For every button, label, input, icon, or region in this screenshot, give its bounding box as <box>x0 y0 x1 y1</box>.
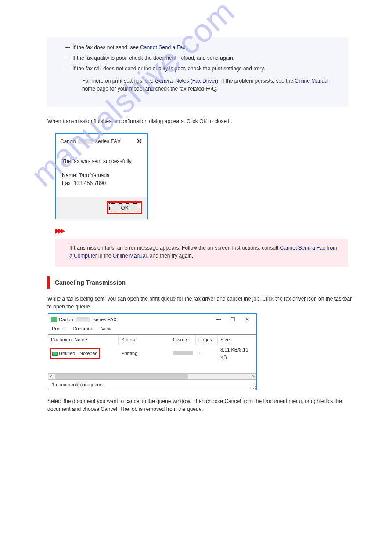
col-owner[interactable]: Owner <box>170 335 196 345</box>
dash-icon: — <box>65 44 72 51</box>
heading-redbar-icon <box>47 276 50 289</box>
important-note: If transmission fails, an error message … <box>55 239 348 267</box>
print-queue-window: Canon series FAX — ☐ ✕ Printer Document … <box>48 313 257 390</box>
dialog-title-suffix: series FAX <box>95 138 121 145</box>
minimize-icon[interactable]: — <box>216 316 221 323</box>
bullet-prefix: If the fax does not send, see <box>72 44 140 51</box>
ok-button[interactable]: OK <box>109 203 140 212</box>
section-heading: Canceling Transmission <box>55 276 126 287</box>
col-status[interactable]: Status <box>119 335 170 345</box>
close-icon[interactable]: ✕ <box>135 136 144 147</box>
queue-column-header: Document Name Status Owner Pages Size <box>48 334 256 345</box>
redacted-owner <box>173 351 193 355</box>
close-icon[interactable]: ✕ <box>245 316 249 323</box>
dialog-footer: OK <box>56 197 147 219</box>
col-size[interactable]: Size <box>218 335 256 345</box>
fax-success-dialog: Canon series FAX ✕ The fax was sent succ… <box>55 133 148 219</box>
confirmation-paragraph: When transmission finishes, a confirmati… <box>47 117 354 125</box>
menu-printer[interactable]: Printer <box>52 326 66 331</box>
bullet-text: If the fax still does not send or the qu… <box>72 65 265 73</box>
important-chevron-icon <box>55 228 392 236</box>
scroll-left-icon[interactable]: < <box>48 374 54 380</box>
bullet-link[interactable]: Cannot Send a Fax <box>140 44 185 51</box>
dialog-fax-line: Fax: 123 456 7890 <box>62 179 141 187</box>
maximize-icon[interactable]: ☐ <box>230 316 235 323</box>
resize-grip-icon[interactable] <box>252 385 256 389</box>
section-heading-row: Canceling Transmission <box>47 276 392 289</box>
row-doc-name: Untitled - Notepad <box>59 350 98 357</box>
queue-titlebar: Canon series FAX — ☐ ✕ <box>48 314 256 324</box>
dialog-titlebar: Canon series FAX ✕ <box>56 134 147 149</box>
scroll-right-icon[interactable]: > <box>250 374 256 380</box>
para-after2: home page for your model and check the f… <box>82 86 218 92</box>
menu-view[interactable]: View <box>101 326 112 331</box>
note-mid: in the <box>97 253 113 259</box>
dialog-name-line: Name: Taro Yamada <box>62 171 141 179</box>
note-after: , and then try again. <box>147 253 193 259</box>
col-pages[interactable]: Pages <box>196 335 218 345</box>
printer-icon <box>51 317 57 322</box>
bullet-item: — If the fax quality is poor, check the … <box>65 54 331 62</box>
horizontal-scrollbar[interactable]: < > <box>48 373 256 379</box>
dialog-message: The fax was sent successfully. <box>62 157 141 165</box>
bullet-suffix: . <box>186 44 187 51</box>
row-size: 8.11 KB/8.11 KB <box>218 345 256 362</box>
menu-document[interactable]: Document <box>72 326 94 331</box>
dash-icon: — <box>65 65 72 73</box>
queue-title-prefix: Canon <box>59 316 73 323</box>
document-icon <box>52 352 58 356</box>
bullet-item: — If the fax still does not send or the … <box>65 65 331 73</box>
redacted-model <box>76 317 90 322</box>
bullet-text: If the fax quality is poor, check the do… <box>72 54 234 62</box>
dialog-title-prefix: Canon <box>60 138 76 145</box>
dash-icon: — <box>65 54 72 62</box>
col-document-name[interactable]: Document Name <box>48 335 119 345</box>
queue-menubar: Printer Document View <box>48 324 256 334</box>
scroll-track[interactable] <box>55 374 188 379</box>
ok-highlight: OK <box>107 201 142 214</box>
cancel-paragraph: While a fax is being sent, you can open … <box>47 295 354 311</box>
online-manual-link[interactable]: Online Manual <box>295 78 328 84</box>
redacted-model <box>78 139 93 144</box>
info-box: — If the fax does not send, see Cannot S… <box>47 37 348 107</box>
queue-row[interactable]: Untitled - Notepad Printing 1 8.11 KB/8.… <box>48 345 256 362</box>
general-notes-link[interactable]: General Notes (Fax Driver) <box>155 78 218 84</box>
para-before: For more on print settings, see <box>82 78 155 84</box>
row-pages: 1 <box>196 348 218 359</box>
para-after1: . If the problem persists, see the <box>218 78 295 84</box>
dialog-body: The fax was sent successfully. Name: Tar… <box>56 149 147 197</box>
queue-statusbar: 1 document(s) in queue <box>48 379 256 390</box>
queue-body: Untitled - Notepad Printing 1 8.11 KB/8.… <box>48 345 256 373</box>
row-status: Printing <box>119 348 170 359</box>
bullet-item: — If the fax does not send, see Cannot S… <box>65 44 331 51</box>
after-queue-paragraph: Select the document you want to cancel i… <box>47 397 354 413</box>
note-before: If transmission fails, an error message … <box>69 245 280 251</box>
online-manual-link-2[interactable]: Online Manual <box>113 253 147 259</box>
queue-title-suffix: series FAX <box>93 316 116 323</box>
document-highlight: Untitled - Notepad <box>50 348 100 359</box>
